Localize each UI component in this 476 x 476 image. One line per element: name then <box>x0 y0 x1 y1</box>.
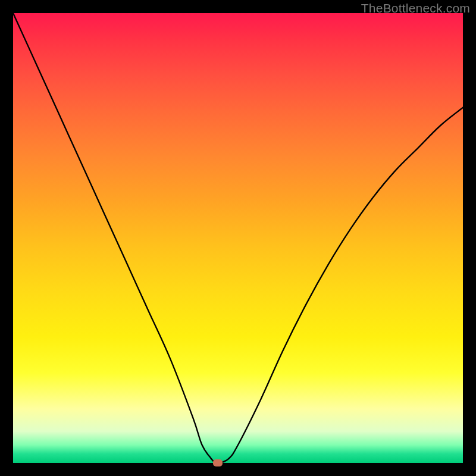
plot-area <box>13 13 463 463</box>
watermark-text: TheBottleneck.com <box>361 1 470 15</box>
minimum-marker <box>213 459 223 466</box>
chart-frame: TheBottleneck.com <box>0 0 476 476</box>
bottleneck-curve <box>13 13 463 463</box>
